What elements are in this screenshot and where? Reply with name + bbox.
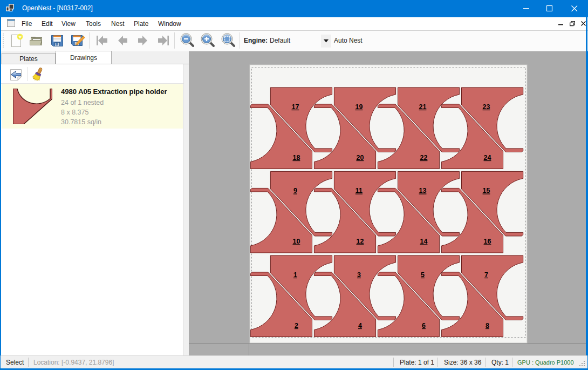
svg-text:5: 5 [421, 271, 425, 279]
svg-text:1: 1 [293, 271, 297, 279]
svg-text:3: 3 [357, 271, 361, 279]
svg-text:19: 19 [355, 103, 363, 111]
svg-text:4: 4 [358, 322, 362, 329]
svg-text:18: 18 [292, 154, 300, 162]
svg-text:23: 23 [483, 103, 490, 111]
svg-text:20: 20 [356, 154, 364, 162]
svg-text:15: 15 [483, 187, 490, 194]
svg-text:7: 7 [484, 271, 488, 279]
svg-text:10: 10 [292, 238, 300, 245]
svg-text:6: 6 [422, 322, 426, 329]
svg-text:22: 22 [420, 154, 428, 162]
svg-text:14: 14 [420, 238, 428, 245]
svg-text:11: 11 [355, 187, 363, 194]
svg-text:8: 8 [486, 322, 489, 329]
svg-text:24: 24 [484, 154, 491, 162]
svg-text:13: 13 [419, 187, 427, 194]
svg-text:21: 21 [419, 103, 427, 111]
svg-text:9: 9 [293, 187, 297, 194]
svg-text:12: 12 [356, 238, 364, 245]
svg-text:16: 16 [484, 238, 491, 245]
svg-text:2: 2 [295, 322, 298, 329]
svg-text:17: 17 [291, 103, 299, 111]
